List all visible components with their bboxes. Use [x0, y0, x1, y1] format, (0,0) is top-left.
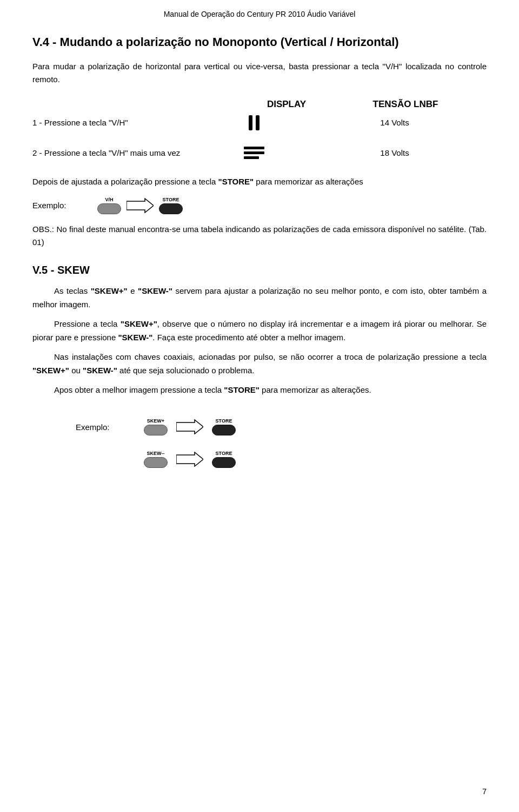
exemplo-label: Exemplo:	[32, 201, 97, 210]
store-pill-skew2	[212, 457, 236, 468]
section5-title: V.5 - SKEW	[32, 264, 487, 276]
step1-display-icon	[205, 115, 303, 130]
vh-pill	[97, 203, 121, 214]
vh-bar-2	[256, 115, 260, 130]
skewminus-label: SKEW--	[147, 451, 165, 456]
svg-marker-0	[127, 199, 154, 213]
skewminus-button: SKEW--	[144, 451, 168, 468]
step2-label: 2 - Pressione a tecla "V/H" mais uma vez	[32, 148, 205, 157]
arrow-right-skew1-icon	[176, 419, 203, 434]
step1-row: 1 - Pressione a tecla "V/H" 14 Volts	[32, 115, 487, 130]
display-col-header: DISPLAY	[227, 99, 346, 110]
display-table: DISPLAY TENSÃO LNBF 1 - Pressione a tecl…	[32, 99, 487, 159]
exemplo-skew-row2: Exemplo: SKEW-- STORE	[76, 451, 236, 468]
store-pill-skew1	[212, 425, 236, 435]
page-number: 7	[482, 787, 487, 796]
section5-para1: As teclas "SKEW+" e "SKEW-" servem para …	[32, 284, 487, 312]
step1-volts: 14 Volts	[303, 118, 487, 127]
vh-display-icon	[249, 115, 260, 130]
section5-para2: Pressione a tecla "SKEW+", observe que o…	[32, 317, 487, 345]
svg-marker-1	[176, 420, 203, 434]
store-label-skew2: STORE	[216, 451, 232, 456]
tensao-col-header: TENSÃO LNBF	[346, 99, 465, 110]
exemplo-skew-label: Exemplo:	[76, 422, 135, 432]
page-header: Manual de Operação do Century PR 2010 Áu…	[0, 0, 519, 24]
h-line-2	[244, 151, 264, 154]
step1-label: 1 - Pressione a tecla "V/H"	[32, 118, 205, 127]
skewplus-pill	[144, 425, 168, 435]
section4-title: V.4 - Mudando a polarização no Monoponto…	[32, 35, 487, 50]
horizontal-lines-icon	[244, 147, 264, 159]
store-label-skew1: STORE	[216, 418, 232, 424]
section5-para3: Nas instalações com chaves coaxiais, aci…	[32, 350, 487, 378]
step2-volts: 18 Volts	[303, 148, 487, 157]
obs-text: OBS.: No final deste manual encontra-se …	[32, 223, 487, 249]
obs-content: OBS.: No final deste manual encontra-se …	[32, 225, 487, 247]
h-line-1	[244, 147, 264, 149]
vh-bar-1	[249, 115, 252, 130]
header-title: Manual de Operação do Century PR 2010 Áu…	[164, 10, 356, 18]
store-button-label-section4: STORE	[163, 197, 179, 202]
exemplo-row: Exemplo: V/H STORE	[32, 197, 487, 214]
arrow-right-skew2-icon	[176, 452, 203, 467]
arrow-right-icon	[127, 198, 154, 213]
step2-row: 2 - Pressione a tecla "V/H" mais uma vez…	[32, 147, 487, 159]
section5-para4: Apos obter a melhor imagem pressione a t…	[32, 383, 487, 397]
skewplus-label: SKEW+	[147, 418, 164, 424]
store-pill-section4	[159, 203, 183, 214]
vh-button-label: V/H	[105, 197, 113, 202]
exemplo-section-skew: Exemplo: SKEW+ STORE Exemplo: SKEW--	[32, 418, 487, 468]
skewplus-button: SKEW+	[144, 418, 168, 435]
after-display-text: Depois de ajustada a polarização pressio…	[32, 175, 487, 188]
store-button-skew2: STORE	[212, 451, 236, 468]
vh-button: V/H	[97, 197, 121, 214]
svg-marker-2	[176, 452, 203, 466]
store-button-skew1: STORE	[212, 418, 236, 435]
skewminus-pill	[144, 457, 168, 468]
store-button-section4: STORE	[159, 197, 183, 214]
section4-intro: Para mudar a polarização de horizontal p…	[32, 60, 487, 86]
exemplo-button-group: V/H STORE	[97, 197, 183, 214]
step2-display-icon	[205, 147, 303, 159]
h-line-3	[244, 156, 259, 159]
display-header-row: DISPLAY TENSÃO LNBF	[32, 99, 487, 110]
exemplo-skew-row1: Exemplo: SKEW+ STORE	[76, 418, 236, 435]
